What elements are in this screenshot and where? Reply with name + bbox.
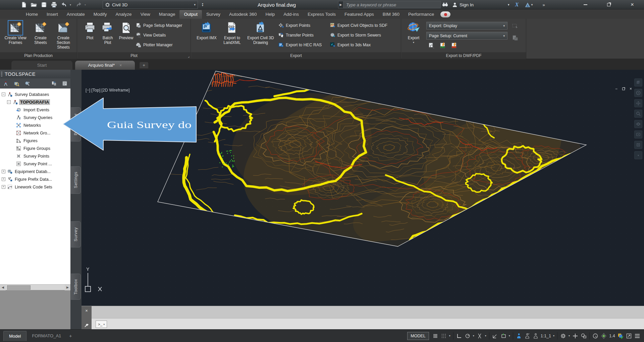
showmotion-icon[interactable] xyxy=(634,130,642,138)
viewport-menu-control[interactable]: [−] xyxy=(86,88,90,93)
undo-dropdown[interactable]: ▾ xyxy=(70,3,73,6)
tab-prospector[interactable]: Prospector xyxy=(71,107,81,141)
tab-insert[interactable]: Insert xyxy=(42,10,62,19)
tree-item-network-groups[interactable]: Network Gro... xyxy=(0,129,70,137)
annotation-autoscale-icon[interactable] xyxy=(523,332,531,340)
tab-toolbox[interactable]: Toolbox xyxy=(71,274,81,300)
toolspace-hscrollbar[interactable]: ◀ ▶ xyxy=(0,284,70,290)
panel-title-export-dwfpdf[interactable]: Export to DWF/PDF xyxy=(401,52,526,59)
annotation-scale-value[interactable]: 1:1_1 xyxy=(540,332,552,340)
preview-dwf-button[interactable] xyxy=(427,42,436,50)
sign-in-menu[interactable]: Sign In ▾ xyxy=(452,1,509,9)
performance-value[interactable]: 1.4 xyxy=(608,332,616,340)
tree-item-linework-code-sets[interactable]: + Linework Code Sets xyxy=(0,183,70,191)
tab-output[interactable]: Output xyxy=(179,10,202,19)
search-go-button[interactable]: ▶ xyxy=(338,1,343,8)
export-target-combo[interactable]: Export: Display▾ xyxy=(426,22,507,30)
export-points-button[interactable]: Export Points xyxy=(278,21,327,30)
annotation-scale-dropdown[interactable]: ▾ xyxy=(552,334,555,337)
search-button[interactable] xyxy=(441,1,449,9)
qat-customize-button[interactable]: ▾▾ xyxy=(199,1,206,9)
panel-title-export[interactable]: Export xyxy=(191,52,401,59)
workspace-switcher[interactable]: Civil 3D ▾ xyxy=(103,1,198,9)
dynamic-input-icon[interactable] xyxy=(499,332,507,340)
scroll-thumb[interactable] xyxy=(7,285,31,290)
toolspace-header[interactable]: TOOLSPACE xyxy=(0,70,70,78)
annotation-visibility-icon[interactable] xyxy=(515,332,523,340)
tree-expander[interactable]: − xyxy=(2,93,5,96)
close-button[interactable]: × xyxy=(621,0,644,9)
panel-title-plot[interactable]: Plot xyxy=(77,52,191,59)
nav-option-icon[interactable] xyxy=(634,141,642,149)
new-layout-button[interactable]: + xyxy=(66,333,74,339)
plot-dialog-launcher[interactable]: ⌟ xyxy=(188,54,190,58)
isodraft-icon[interactable] xyxy=(476,332,484,340)
create-view-frames-button[interactable]: Create View Frames xyxy=(2,20,29,52)
zoom-icon[interactable] xyxy=(634,110,642,118)
tree-item-import-events[interactable]: Import Events xyxy=(0,106,70,114)
minimize-button[interactable] xyxy=(574,0,597,9)
command-customize-icon[interactable] xyxy=(84,323,89,328)
polar-dropdown[interactable]: ▾ xyxy=(472,334,475,337)
viewport-minimize-icon[interactable]: − xyxy=(615,87,618,91)
recent-commands-button[interactable]: >_ ▾ xyxy=(96,321,107,328)
polar-tracking-icon[interactable] xyxy=(464,332,472,340)
save-button[interactable] xyxy=(40,1,48,9)
create-sheets-button[interactable]: Create Sheets xyxy=(30,20,51,52)
export-page-setup-button[interactable] xyxy=(511,34,520,42)
tab-autodesk-360[interactable]: Autodesk 360 xyxy=(225,10,261,19)
file-tab-arquivo-final[interactable]: Arquivo final* × xyxy=(75,61,135,70)
file-tab-close-icon[interactable]: × xyxy=(119,63,122,68)
tree-item-survey-queries[interactable]: Survey Queries xyxy=(0,114,70,121)
export-dwfpdf-button[interactable]: Export ▾ xyxy=(403,20,424,52)
survey-toolbar-button[interactable] xyxy=(2,80,9,87)
tab-bim-360[interactable]: BIM 360 xyxy=(378,10,404,19)
redo-dropdown[interactable]: ▾ xyxy=(85,3,88,6)
tree-item-topografia[interactable]: − TOPOGRAFIA xyxy=(0,98,70,106)
object-snap-tracking-icon[interactable] xyxy=(491,332,499,340)
export-storm-sewers-button[interactable]: Export to Storm Sewers xyxy=(329,31,398,40)
export-dwf-button[interactable] xyxy=(438,42,447,50)
grid-dropdown[interactable]: ▾ xyxy=(448,334,451,337)
export-hecras-button[interactable]: Export to HEC RAS xyxy=(278,40,327,50)
zoom-settings-button[interactable] xyxy=(23,80,31,87)
tree-item-survey-point-groups[interactable]: Survey Point ... xyxy=(0,160,70,168)
tab-help[interactable]: Help xyxy=(261,10,279,19)
tab-modify[interactable]: Modify xyxy=(89,10,111,19)
search-input[interactable] xyxy=(343,1,441,8)
redo-button[interactable] xyxy=(74,1,83,9)
workspace-dropdown-caret[interactable]: ▾ xyxy=(194,3,196,6)
tab-settings[interactable]: Settings xyxy=(71,166,81,194)
clean-screen-icon[interactable] xyxy=(625,332,633,340)
toolspace-send-panel-button[interactable] xyxy=(50,80,58,87)
export-sdf-button[interactable]: Export Civil Objects to SDF xyxy=(329,21,398,30)
orbit-icon[interactable] xyxy=(634,120,642,128)
toolspace-properties-panel-button[interactable] xyxy=(61,80,68,87)
nav-dropdown-icon[interactable]: ▾ xyxy=(634,151,642,159)
export-3ds-max-button[interactable]: Export to 3ds Max xyxy=(329,40,398,50)
pan-icon[interactable] xyxy=(634,99,642,107)
tab-performance[interactable]: Performance xyxy=(404,10,438,19)
new-file-button[interactable] xyxy=(19,1,28,9)
tab-add-ins[interactable]: Add-ins xyxy=(279,10,303,19)
export-imx-button[interactable]: Export IMX xyxy=(195,20,219,52)
tree-expander[interactable]: − xyxy=(7,100,11,104)
tab-view[interactable]: View xyxy=(136,10,155,19)
viewport-visual-style-control[interactable]: [2D Wireframe] xyxy=(101,88,129,93)
tree-expander[interactable]: + xyxy=(2,170,5,173)
tab-annotate[interactable]: Annotate xyxy=(62,10,89,19)
annotation-scale-person-icon[interactable] xyxy=(532,332,540,340)
tree-item-survey-databases[interactable]: − Survey Databases xyxy=(0,91,70,98)
plot-big-button[interactable]: Plot xyxy=(82,20,98,52)
view-details-button[interactable]: View Details xyxy=(135,31,189,40)
export-dropdown-caret[interactable]: ▾ xyxy=(413,41,414,44)
palette-grip[interactable] xyxy=(1,72,2,76)
viewport-restore-icon[interactable] xyxy=(622,88,625,90)
tree-item-equipment-databases[interactable]: + Equipment Datab... xyxy=(0,168,70,175)
undo-button[interactable] xyxy=(60,1,68,9)
new-drawing-tab-button[interactable]: + xyxy=(140,62,148,68)
tree-expander[interactable]: + xyxy=(2,185,5,189)
tree-expander[interactable]: + xyxy=(2,177,5,181)
snap-mode-icon[interactable] xyxy=(431,332,439,340)
viewport-view-control[interactable]: [Top] xyxy=(91,88,100,93)
